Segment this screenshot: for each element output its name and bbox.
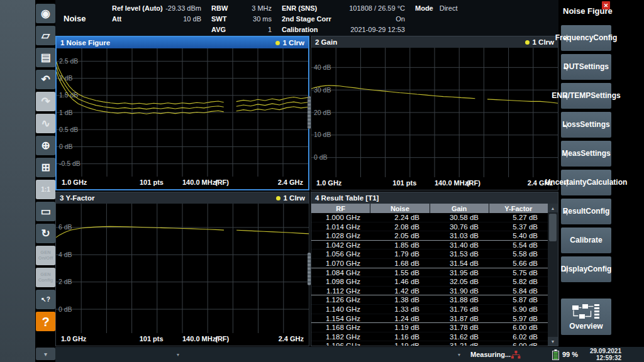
start-frequency: 1.0 GHz [316,179,341,187]
window-result-table[interactable]: 4 Result Table [T1] RFNoiseGainY-Factor … [311,192,558,346]
splitter-handle[interactable] [308,253,311,285]
measuring-dropdown-icon[interactable]: ▾ [458,347,460,362]
table-row[interactable]: 1.070 GHz1.68 dB31.54 dB5.66 dB [311,259,548,268]
softkey-label: Config [586,207,609,216]
window-y-factor[interactable]: 3 Y-Factor 1 Clrw 6 dB4 dB2 dB0 dB 1.0 G… [55,192,309,346]
table-row[interactable]: 1.098 GHz1.46 dB32.05 dB5.82 dB [311,277,548,287]
setting-value: 10 dB [183,15,201,23]
sweep-points: 101 pts [392,179,416,187]
table-row[interactable]: 1.112 GHz1.42 dB31.90 dB5.84 dB [311,287,548,296]
overview-button[interactable]: Overview [561,299,611,335]
window-title: 4 Result Table [T1] [315,194,379,202]
setting-row[interactable]: Ref level (Auto)-29.33 dBm [112,3,201,13]
window-titlebar[interactable]: 1 Noise Figure 1 Clrw [57,37,308,48]
add-trace-icon[interactable]: ∿ [36,114,55,133]
save-icon[interactable]: ▤ [36,48,55,67]
multi-zoom-icon[interactable]: ⊞ [36,158,55,177]
screenshot-camera-icon[interactable]: ◉ [36,4,55,23]
setting-row[interactable]: Att10 dB [112,13,201,24]
table-row[interactable]: 1.182 GHz1.16 dB31.62 dB6.02 dB [311,332,548,342]
sweep-points: 101 pts [140,178,164,186]
table-cell: 1.000 GHz [311,213,370,222]
table-row[interactable]: 1.028 GHz2.05 dB31.03 dB5.40 dB [311,231,548,241]
noise-figure-plot[interactable]: 2.5 dB2 dB1.5 dB1 dB0.5 dB0 dB-0.5 dB [57,48,308,177]
window-titlebar[interactable]: 3 Y-Factor 1 Clrw [56,192,309,204]
table-row[interactable]: 1.196 GHz1.19 dB31.21 dB6.00 dB [311,341,548,346]
display-frame-icon[interactable]: ▭ [36,202,55,221]
status-dropdown-icon[interactable]: ▾ [177,347,179,362]
sequencer-icon[interactable]: ↻ [36,224,55,243]
window-titlebar[interactable]: 4 Result Table [T1] [311,192,558,204]
setting-row[interactable]: RBW3 MHz [211,3,272,13]
submenu-arrow-icon: ◂ [564,150,567,158]
battery-icon [552,347,559,362]
table-row[interactable]: 1.056 GHz1.79 dB31.53 dB5.58 dB [311,250,548,259]
softkey-calibrate[interactable]: Calibrate [561,228,611,253]
table-scrollbar[interactable]: ▲ ▼ [548,204,558,346]
sweep-points: 101 pts [140,335,164,343]
column-header-y-factor[interactable]: Y-Factor [489,204,548,213]
table-row[interactable]: 1.042 GHz1.85 dB31.40 dB5.54 dB [311,241,548,250]
window-titlebar[interactable]: 2 Gain 1 Clrw [311,36,558,48]
y-axis-tick-label: 2.5 dB [59,57,78,65]
gen-config-button[interactable]: GENConfig [36,268,55,287]
main-area: Noise Ref level (Auto)-29.33 dBmAtt10 dB… [55,0,558,347]
table-cell: 5.58 dB [489,250,548,258]
table-cell: 5.84 dB [489,287,548,295]
plot-canvas: 40 dB30 dB20 dB10 dB0 dB [311,48,558,177]
table-cell: 1.098 GHz [311,277,370,286]
scroll-down-icon[interactable]: ▼ [548,337,558,346]
softkey-display-config[interactable]: DisplayConfig◂ [561,256,611,282]
table-row[interactable]: 1.168 GHz1.19 dB31.78 dB6.00 dB [311,323,548,332]
window-gain[interactable]: 2 Gain 1 Clrw 40 dB30 dB20 dB10 dB0 dB 1… [311,36,558,190]
table-cell: 6.02 dB [489,332,548,341]
close-icon[interactable]: ✕ [602,1,610,9]
softkey-meas-settings[interactable]: MeasSettings◂ [561,141,611,167]
help-icon[interactable]: ? [36,312,55,331]
gen-on-off-button[interactable]: GENOn/Off [36,246,55,265]
trace-color-dot-icon [275,41,280,45]
setting-row[interactable]: SWT30 ms [211,13,272,24]
table-row[interactable]: 1.154 GHz1.24 dB31.87 dB5.97 dB [311,314,548,324]
zoom-1-1-icon[interactable]: 1:1 [36,180,55,199]
table-row[interactable]: 1.000 GHz2.24 dB30.58 dB5.27 dB [311,213,548,222]
y-axis-tick-label: 1 dB [59,109,73,116]
setting-row[interactable]: ENR (SNS)101808 / 26.59 °C [282,3,405,13]
setting-row[interactable]: Calibration2021-09-29 12:53 [282,24,405,35]
scrollbar-thumb[interactable] [549,214,557,241]
table-cell: 31.78 dB [430,323,489,332]
gain-plot[interactable]: 40 dB30 dB20 dB10 dB0 dB [311,48,558,177]
toolbar-collapse-icon[interactable]: ▾ [36,348,55,360]
redo-icon[interactable]: ↷ [36,92,55,111]
softkey-dut-settings[interactable]: DUTSettings◂ [561,54,611,80]
splitter-handle[interactable] [308,96,311,129]
open-file-icon[interactable]: ▱ [36,26,55,45]
context-help-icon[interactable]: ↖? [36,290,55,309]
column-header-rf[interactable]: RF [311,204,370,213]
scroll-up-icon[interactable]: ▲ [548,204,558,212]
channel-tab[interactable]: Noise [55,0,112,36]
column-header-gain[interactable]: Gain [430,204,489,213]
table-row[interactable]: 1.140 GHz1.33 dB31.76 dB5.90 dB [311,305,548,314]
table-cell: 1.112 GHz [311,287,370,295]
window-noise-figure[interactable]: 1 Noise Figure 1 Clrw 2.5 dB2 dB1.5 dB1 … [55,36,309,190]
table-row[interactable]: 1.126 GHz1.38 dB31.88 dB5.87 dB [311,295,548,305]
table-cell: 31.53 dB [430,250,489,258]
softkey-uncertainty-calculation[interactable]: UncertaintyCalculation◂ [561,170,611,195]
softkey-enrtemp-settings[interactable]: ENR/TEMPSettings◂ [561,83,611,109]
setting-row[interactable]: ModeDirect [415,3,491,13]
softkey-frequency-config[interactable]: FrequencyConfig◂ [561,25,611,51]
table-row[interactable]: 1.084 GHz1.55 dB31.95 dB5.75 dB [311,268,548,278]
column-header-noise[interactable]: Noise [370,204,429,213]
zoom-icon[interactable]: ⊕ [36,136,55,155]
undo-icon[interactable]: ↶ [36,70,55,89]
setting-row[interactable]: 2nd Stage CorrOn [282,13,405,24]
table-cell: 1.168 GHz [311,323,370,332]
noise-figure-lower-bound [236,107,308,111]
table-row[interactable]: 1.014 GHz2.08 dB30.76 dB5.37 dB [311,222,548,232]
y-factor-plot[interactable]: 6 dB4 dB2 dB0 dB [56,204,309,333]
setting-row[interactable]: AVG1 [211,24,272,35]
table-cell: 2.24 dB [370,213,430,222]
softkey-loss-settings[interactable]: LossSettings◂ [561,112,611,138]
softkey-result-config[interactable]: ResultConfig◂ [561,199,611,224]
